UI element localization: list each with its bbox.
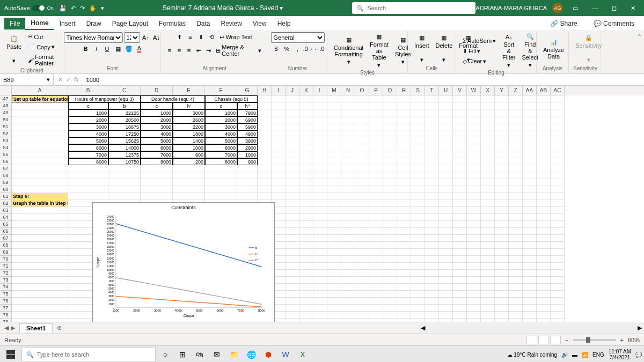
cell-K47[interactable] [299, 95, 313, 102]
cell-D52[interactable]: 4000 [141, 130, 173, 137]
wifi-icon[interactable]: 📶 [582, 352, 588, 358]
cell-L68[interactable] [313, 242, 327, 249]
cell-R71[interactable] [397, 263, 411, 270]
cell-H60[interactable] [258, 186, 272, 193]
cell-Z72[interactable] [509, 270, 523, 277]
cell-N71[interactable] [341, 263, 355, 270]
cell-X64[interactable] [481, 214, 495, 221]
cell-Z59[interactable] [509, 179, 523, 186]
cell-Y50[interactable] [495, 116, 509, 123]
cell-B49[interactable]: 1000 [68, 109, 108, 116]
cell-AB61[interactable] [537, 193, 551, 200]
cell-K55[interactable] [299, 151, 313, 158]
cell-S61[interactable] [411, 193, 425, 200]
cell-W62[interactable] [467, 200, 481, 207]
cell-Z79[interactable] [509, 319, 523, 322]
cell-AB69[interactable] [537, 249, 551, 256]
cell-U50[interactable] [439, 116, 453, 123]
cell-O49[interactable] [355, 109, 369, 116]
cell-P69[interactable] [369, 249, 383, 256]
cell-P62[interactable] [369, 200, 383, 207]
cell-Q61[interactable] [383, 193, 397, 200]
cell-M47[interactable] [327, 95, 341, 102]
task-view-icon[interactable]: ⊞ [175, 347, 190, 362]
cell-W65[interactable] [467, 221, 481, 228]
cell-R76[interactable] [397, 298, 411, 305]
cell-A76[interactable] [12, 298, 68, 305]
cell-Y47[interactable] [495, 95, 509, 102]
font-color-icon[interactable]: A [135, 44, 144, 54]
cell-I57[interactable] [272, 165, 286, 172]
cell-L74[interactable] [313, 284, 327, 291]
cell-AB52[interactable] [537, 130, 551, 137]
number-format-select[interactable]: General [271, 32, 325, 43]
cell-P65[interactable] [369, 221, 383, 228]
row-header-51[interactable]: 51 [0, 123, 12, 130]
cell-Y78[interactable] [495, 312, 509, 319]
cell-AB60[interactable] [537, 186, 551, 193]
cell-Q76[interactable] [383, 298, 397, 305]
format-table-button[interactable]: ▦Format as Table ▾ [368, 32, 391, 70]
cell-H59[interactable] [258, 179, 272, 186]
cell-AC67[interactable] [551, 235, 565, 242]
cell-M58[interactable] [327, 172, 341, 179]
cell-W75[interactable] [467, 291, 481, 298]
cell-L53[interactable] [313, 137, 327, 144]
fill-button[interactable]: ⬇ Fill ▾ [460, 47, 498, 56]
cell-O59[interactable] [355, 179, 369, 186]
cell-X50[interactable] [481, 116, 495, 123]
cell-AA76[interactable] [523, 298, 537, 305]
cell-W67[interactable] [467, 235, 481, 242]
cell-J70[interactable] [286, 256, 299, 263]
cell-L60[interactable] [313, 186, 327, 193]
cell-A75[interactable] [12, 291, 68, 298]
cell-C57[interactable] [108, 165, 141, 172]
collapse-ribbon-icon[interactable]: ⌃ [635, 31, 644, 73]
cell-G55[interactable]: 1900 [237, 151, 258, 158]
cell-T47[interactable] [425, 95, 439, 102]
cell-P70[interactable] [369, 256, 383, 263]
cell-AA57[interactable] [523, 165, 537, 172]
cell-R51[interactable] [397, 123, 411, 130]
weather-widget[interactable]: ☁ 19°C Rain coming [507, 352, 557, 358]
cell-W61[interactable] [467, 193, 481, 200]
cell-AB77[interactable] [537, 305, 551, 312]
cell-P56[interactable] [369, 158, 383, 165]
cell-B47[interactable]: Hours of manpower (equ 3) [68, 95, 141, 102]
col-header-AC[interactable]: AC [551, 86, 565, 95]
cell-Y60[interactable] [495, 186, 509, 193]
cell-AA70[interactable] [523, 256, 537, 263]
delete-cells-button[interactable]: ▦Delete▾ [434, 33, 455, 64]
cell-J66[interactable] [286, 228, 299, 235]
cell-V53[interactable] [453, 137, 467, 144]
cell-AB56[interactable] [537, 158, 551, 165]
cell-T66[interactable] [425, 228, 439, 235]
cell-V75[interactable] [453, 291, 467, 298]
cell-F54[interactable]: 6000 [205, 144, 237, 151]
cell-V48[interactable] [453, 102, 467, 109]
cell-F53[interactable]: 5000 [205, 137, 237, 144]
cell-B48[interactable]: c [68, 102, 108, 109]
cell-T61[interactable] [425, 193, 439, 200]
col-header-R[interactable]: R [397, 86, 411, 95]
cell-I50[interactable] [272, 116, 286, 123]
cell-M70[interactable] [327, 256, 341, 263]
cell-Q73[interactable] [383, 277, 397, 284]
cell-Y79[interactable] [495, 319, 509, 322]
cell-H52[interactable] [258, 130, 272, 137]
cell-N75[interactable] [341, 291, 355, 298]
cell-A48[interactable] [12, 102, 68, 109]
cell-L76[interactable] [313, 298, 327, 305]
cell-X77[interactable] [481, 305, 495, 312]
cell-AA72[interactable] [523, 270, 537, 277]
cell-J59[interactable] [286, 179, 299, 186]
cell-V73[interactable] [453, 277, 467, 284]
row-header-60[interactable]: 60 [0, 186, 12, 193]
cell-T67[interactable] [425, 235, 439, 242]
cell-Q49[interactable] [383, 109, 397, 116]
cell-O47[interactable] [355, 95, 369, 102]
cell-P54[interactable] [369, 144, 383, 151]
row-header-64[interactable]: 64 [0, 214, 12, 221]
cell-H54[interactable] [258, 144, 272, 151]
cell-Y75[interactable] [495, 291, 509, 298]
